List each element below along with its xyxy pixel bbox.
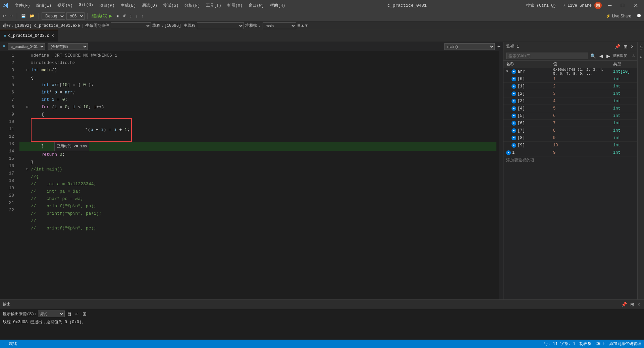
- code-editor[interactable]: #define _CRT_SECURE_NO_WARNINGS 1 #inclu…: [17, 51, 499, 299]
- feedback-button[interactable]: 💬: [635, 13, 643, 19]
- save-button[interactable]: 💾: [20, 13, 27, 19]
- watch-search-input[interactable]: [506, 53, 588, 59]
- menu-window[interactable]: 窗口(W): [246, 1, 267, 10]
- menu-analyze[interactable]: 分析(N): [182, 1, 203, 10]
- menu-test[interactable]: 测试(S): [161, 1, 181, 10]
- status-add-source[interactable]: 添加到源代码管理: [609, 341, 641, 347]
- watch-move-button[interactable]: ⊞: [623, 44, 629, 49]
- output-wrap-button[interactable]: ↵: [74, 311, 80, 317]
- watch-row-arr-8[interactable]: ● [8] 9 int: [503, 134, 637, 142]
- fold-3[interactable]: ⊟: [26, 67, 31, 74]
- avatar[interactable]: 🐷: [594, 2, 602, 9]
- watch-row-arr-1[interactable]: ● [1] 2 int: [503, 83, 637, 90]
- watch-name-arr: ▼ ● arr: [503, 69, 550, 74]
- step-over-button[interactable]: ⤵: [128, 13, 133, 19]
- open-button[interactable]: 📂: [29, 13, 36, 19]
- watch-row-arr-6[interactable]: ● [6] 7 int: [503, 120, 637, 127]
- git-sidebar-button[interactable]: Git: [638, 43, 644, 53]
- menu-extensions[interactable]: 扩展(X): [225, 1, 246, 10]
- watch-add-item[interactable]: 添加要监视的项: [503, 156, 637, 164]
- solution-explorer-button[interactable]: ►: [638, 54, 644, 61]
- watch-row-arr-4[interactable]: ● [4] 5 int: [503, 105, 637, 112]
- output-move-button[interactable]: ⊞: [629, 302, 635, 307]
- code-text-5b: int: [41, 81, 52, 89]
- step-out-button[interactable]: ↑: [140, 13, 145, 19]
- output-clear-button[interactable]: 🗑: [66, 311, 73, 317]
- scope-right-dropdown[interactable]: (全局范围): [48, 43, 88, 50]
- stack-down-icon[interactable]: ▼: [305, 23, 308, 28]
- status-row-col[interactable]: 行: 11 字符: 1: [544, 341, 576, 347]
- menu-tools[interactable]: 工具(T): [203, 1, 224, 10]
- scope-left-dropdown[interactable]: c_practice_0401: [8, 43, 45, 50]
- status-left: ↑ 就绪: [3, 341, 17, 347]
- fold-8[interactable]: ⊟: [26, 103, 31, 111]
- live-share-toolbar-button[interactable]: ⚡ Live Share: [603, 13, 634, 19]
- watch-row-arr-2[interactable]: ● [2] 3 int: [503, 90, 637, 97]
- search-box[interactable]: 搜索 (Ctrl+Q): [526, 3, 556, 8]
- code-text-8d: i: [54, 103, 57, 111]
- fold-14[interactable]: ⊟: [26, 166, 31, 173]
- thread-dropdown[interactable]: [197, 22, 244, 29]
- status-icon[interactable]: ↑: [3, 342, 5, 346]
- code-line-18: // char* pc = &a;: [19, 195, 496, 203]
- watch-pin-button[interactable]: 📌: [613, 44, 621, 49]
- status-line-ending[interactable]: CRLF: [595, 342, 605, 346]
- watch-row-i[interactable]: ● i 9 int: [503, 149, 637, 156]
- stack-dropdown[interactable]: main: [263, 22, 296, 29]
- status-encoding[interactable]: 制表符: [579, 341, 591, 347]
- output-filter-button[interactable]: ⊞: [82, 311, 88, 317]
- output-source-select[interactable]: 调试: [38, 310, 65, 317]
- menu-edit[interactable]: 编辑(E): [34, 1, 54, 10]
- menu-file[interactable]: 文件(F): [12, 1, 33, 10]
- minimize-button[interactable]: ─: [604, 2, 615, 9]
- watch-row-arr-7[interactable]: ● [7] 8 int: [503, 127, 637, 134]
- watch-nav-fwd[interactable]: ▶: [605, 53, 611, 59]
- code-text-7a: [31, 96, 41, 103]
- watch-close-button[interactable]: ×: [630, 44, 635, 49]
- output-pin-button[interactable]: 📌: [620, 302, 628, 307]
- stack-up-icon[interactable]: ▲: [301, 23, 304, 28]
- menu-project[interactable]: 项目(P): [97, 1, 117, 10]
- watch-search-button[interactable]: 🔍: [589, 53, 597, 59]
- tab-close-button[interactable]: ×: [51, 33, 54, 39]
- editor-settings-button[interactable]: +: [497, 44, 500, 50]
- sep2: [39, 13, 39, 19]
- arr9-value: 10: [550, 143, 610, 148]
- tab-c-practice-0403[interactable]: ■ c_practice_0403.c ×: [0, 30, 58, 42]
- menu-help[interactable]: 帮助(H): [267, 1, 288, 10]
- watch-row-arr-3[interactable]: ● [3] 4 int: [503, 97, 637, 105]
- editor-scrollbar[interactable]: [499, 51, 503, 299]
- status-ready[interactable]: 就绪: [9, 341, 17, 347]
- debug-config-dropdown[interactable]: Debug: [42, 12, 65, 20]
- undo-button[interactable]: ↩: [1, 13, 7, 19]
- watch-row-arr[interactable]: ▼ ● arr 0x00ddf748 {1, 2, 3, 4, 5, 6, 7,…: [503, 68, 637, 75]
- function-dropdown[interactable]: main(): [444, 43, 495, 50]
- step-in-button[interactable]: ↓: [135, 13, 139, 19]
- watch-row-arr-5[interactable]: ● [5] 6 int: [503, 112, 637, 120]
- arr9-type: int: [610, 143, 637, 148]
- arr-expand-icon[interactable]: ▼: [506, 70, 510, 73]
- arr8-value: 9: [550, 136, 610, 140]
- code-text-5h: };: [86, 81, 94, 89]
- watch-nav-back[interactable]: ◀: [598, 53, 604, 59]
- lifecycle-dropdown[interactable]: [111, 22, 151, 29]
- menu-debug[interactable]: 调试(D): [139, 1, 160, 10]
- vs-logo: [3, 2, 9, 9]
- continue-button[interactable]: 继续(C) ▶: [90, 12, 114, 20]
- filter-icon[interactable]: ⊞: [298, 23, 300, 28]
- redo-button[interactable]: ↪: [8, 13, 14, 19]
- platform-dropdown[interactable]: x86: [66, 12, 85, 20]
- watch-row-arr-9[interactable]: ● [9] 10 int: [503, 142, 637, 149]
- arr3-type: int: [610, 99, 637, 103]
- output-close-button[interactable]: ×: [637, 302, 641, 307]
- menu-build[interactable]: 生成(B): [118, 1, 139, 10]
- live-share-toolbar-icon: ⚡: [606, 14, 611, 18]
- watch-row-arr-0[interactable]: ● [0] 1 int: [503, 75, 637, 83]
- live-share-button[interactable]: ⚡ Live Share: [563, 3, 592, 8]
- close-button[interactable]: ✕: [630, 2, 641, 9]
- menu-view[interactable]: 视图(V): [55, 1, 75, 10]
- restart-button[interactable]: ↺: [121, 13, 127, 19]
- stop-button[interactable]: ■: [115, 13, 120, 19]
- maximize-button[interactable]: □: [618, 2, 628, 9]
- menu-git[interactable]: Git(G): [76, 1, 96, 10]
